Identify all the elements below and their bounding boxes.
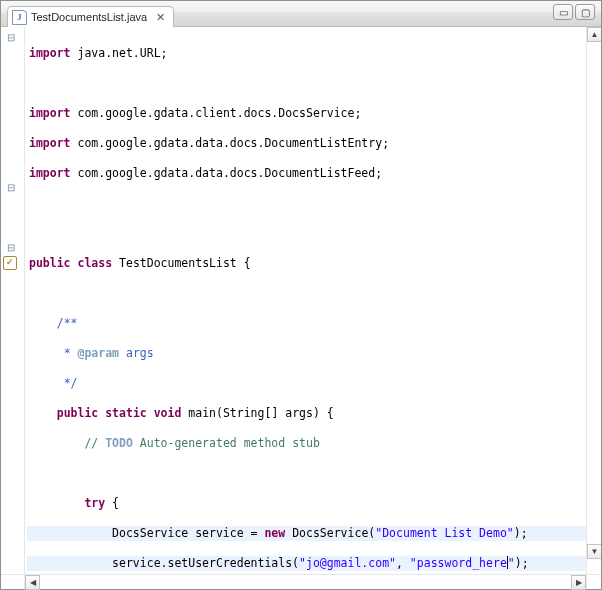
highlighted-line: DocsService service = new DocsService("D… (27, 526, 586, 541)
maximize-button[interactable]: ▢ (575, 4, 595, 20)
scroll-left-icon[interactable]: ◀ (25, 575, 40, 590)
fold-icon[interactable]: ⊟ (5, 242, 16, 253)
code-editor[interactable]: import java.net.URL; import com.google.g… (25, 27, 586, 574)
warning-icon[interactable]: ✓ (3, 256, 17, 270)
java-file-icon: J (12, 10, 27, 25)
scroll-right-icon[interactable]: ▶ (571, 575, 586, 590)
minimize-button[interactable]: ▭ (553, 4, 573, 20)
scroll-corner (586, 575, 601, 589)
scroll-track[interactable] (40, 575, 571, 589)
vertical-scrollbar[interactable]: ▲ ▼ (586, 27, 601, 574)
fold-icon[interactable]: ⊟ (5, 32, 16, 43)
highlighted-line: service.setUserCredentials("jo@gmail.com… (27, 556, 586, 571)
text-caret (507, 556, 508, 569)
horizontal-scrollbar[interactable]: ◀ ▶ (1, 574, 601, 589)
fold-icon[interactable]: ⊟ (5, 182, 16, 193)
gutter-spacer (1, 575, 25, 589)
editor-content: ⊟ ⊟ ⊟ ✓ import java.net.URL; import com.… (1, 27, 601, 574)
file-tab[interactable]: J TestDocumentsList.java ✕ (7, 6, 174, 27)
gutter[interactable]: ⊟ ⊟ ⊟ ✓ (1, 27, 25, 574)
window-buttons: ▭ ▢ (553, 4, 595, 20)
tab-close-icon[interactable]: ✕ (153, 10, 167, 24)
editor-window: J TestDocumentsList.java ✕ ▭ ▢ ⊟ ⊟ ⊟ ✓ i… (0, 0, 602, 590)
scroll-up-icon[interactable]: ▲ (587, 27, 601, 42)
file-tab-label: TestDocumentsList.java (31, 11, 147, 23)
scroll-down-icon[interactable]: ▼ (587, 544, 601, 559)
titlebar: J TestDocumentsList.java ✕ ▭ ▢ (1, 1, 601, 27)
